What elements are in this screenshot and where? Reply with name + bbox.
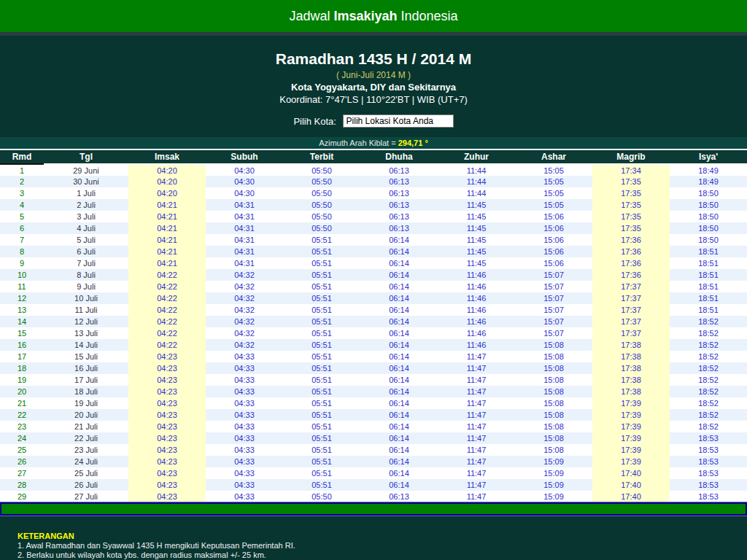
cell-subuh: 04:31 xyxy=(206,211,283,222)
column-header-zuhur[interactable]: Zuhur xyxy=(438,150,515,164)
cell-magrib: 17:35 xyxy=(592,222,670,234)
cell-rmd: 13 xyxy=(0,304,44,316)
cell-ashar: 15:08 xyxy=(515,409,592,421)
cell-zuhur: 11:46 xyxy=(438,316,515,327)
table-row: 31 Juli04:2004:3005:5006:1311:4415:0517:… xyxy=(0,187,747,199)
cell-magrib: 17:38 xyxy=(592,362,670,374)
table-row: 1412 Juli04:2204:3205:5106:1411:4615:071… xyxy=(0,316,747,327)
cell-tgl: 14 Juli xyxy=(44,339,128,351)
cell-ashar: 15:07 xyxy=(515,292,592,304)
city-picker-input[interactable] xyxy=(343,114,454,128)
cell-isya: 18:52 xyxy=(670,374,747,386)
cell-subuh: 04:32 xyxy=(206,339,283,351)
cell-tgl: 27 Juli xyxy=(44,491,128,502)
cell-isya: 18:53 xyxy=(670,444,747,456)
cell-ashar: 15:08 xyxy=(515,339,592,351)
cell-imsak: 04:23 xyxy=(128,491,206,502)
cell-dhuha: 06:14 xyxy=(360,339,438,351)
footer-note: 1. Awal Ramadhan dan Syawwal 1435 H meng… xyxy=(18,541,747,551)
column-header-rmd[interactable]: Rmd xyxy=(0,150,44,164)
cell-rmd: 1 xyxy=(0,164,44,176)
cell-magrib: 17:37 xyxy=(592,327,670,339)
cell-zuhur: 11:44 xyxy=(438,164,515,176)
cell-zuhur: 11:47 xyxy=(438,432,515,444)
cell-subuh: 04:32 xyxy=(206,327,283,339)
cell-isya: 18:50 xyxy=(670,199,747,211)
cell-terbit: 05:50 xyxy=(283,211,360,222)
column-header-tgl[interactable]: Tgl xyxy=(44,150,128,164)
cell-magrib: 17:35 xyxy=(592,211,670,222)
cell-isya: 18:52 xyxy=(670,397,747,409)
cell-zuhur: 11:47 xyxy=(438,421,515,432)
cell-tgl: 18 Juli xyxy=(44,386,128,397)
cell-ashar: 15:05 xyxy=(515,164,592,176)
cell-zuhur: 11:47 xyxy=(438,467,515,479)
table-row: 230 Juni04:2004:3005:5006:1311:4415:0517… xyxy=(0,176,747,187)
cell-tgl: 5 Juli xyxy=(44,234,128,246)
cell-ashar: 15:09 xyxy=(515,479,592,491)
column-header-imsak[interactable]: Imsak xyxy=(128,150,206,164)
cell-tgl: 30 Juni xyxy=(44,176,128,187)
cell-terbit: 05:51 xyxy=(283,281,360,292)
cell-dhuha: 06:14 xyxy=(360,234,438,246)
cell-subuh: 04:33 xyxy=(206,491,283,502)
column-header-isya[interactable]: Isya' xyxy=(670,150,747,164)
cell-tgl: 25 Juli xyxy=(44,467,128,479)
column-header-terbit[interactable]: Terbit xyxy=(283,150,360,164)
schedule-header: Ramadhan 1435 H / 2014 M ( Juni-Juli 201… xyxy=(0,36,747,137)
cell-ashar: 15:08 xyxy=(515,397,592,409)
cell-isya: 18:50 xyxy=(670,187,747,199)
cell-rmd: 21 xyxy=(0,397,44,409)
cell-isya: 18:51 xyxy=(670,257,747,269)
cell-terbit: 05:50 xyxy=(283,491,360,502)
cell-imsak: 04:23 xyxy=(128,374,206,386)
cell-isya: 18:52 xyxy=(670,421,747,432)
cell-ashar: 15:08 xyxy=(515,421,592,432)
cell-terbit: 05:50 xyxy=(283,164,360,176)
cell-subuh: 04:33 xyxy=(206,362,283,374)
cell-terbit: 05:50 xyxy=(283,222,360,234)
cell-isya: 18:53 xyxy=(670,491,747,502)
cell-magrib: 17:35 xyxy=(592,199,670,211)
cell-subuh: 04:33 xyxy=(206,386,283,397)
cell-terbit: 05:51 xyxy=(283,374,360,386)
cell-tgl: 17 Juli xyxy=(44,374,128,386)
cell-terbit: 05:51 xyxy=(283,269,360,281)
cell-magrib: 17:34 xyxy=(592,164,670,176)
cell-dhuha: 06:14 xyxy=(360,467,438,479)
cell-dhuha: 06:14 xyxy=(360,281,438,292)
cell-tgl: 2 Juli xyxy=(44,199,128,211)
cell-tgl: 16 Juli xyxy=(44,362,128,374)
cell-magrib: 17:39 xyxy=(592,444,670,456)
column-header-subuh[interactable]: Subuh xyxy=(206,150,283,164)
cell-dhuha: 06:14 xyxy=(360,374,438,386)
cell-tgl: 29 Juni xyxy=(44,164,128,176)
cell-imsak: 04:21 xyxy=(128,222,206,234)
qibla-azimuth-bar: Azimuth Arah Kiblat = 294,71 ° xyxy=(0,137,747,150)
cell-ashar: 15:08 xyxy=(515,362,592,374)
column-header-ashar[interactable]: Ashar xyxy=(515,150,592,164)
cell-terbit: 05:51 xyxy=(283,339,360,351)
cell-subuh: 04:32 xyxy=(206,316,283,327)
cell-ashar: 15:06 xyxy=(515,246,592,257)
cell-magrib: 17:40 xyxy=(592,479,670,491)
page-title: Ramadhan 1435 H / 2014 M xyxy=(0,50,747,68)
cell-subuh: 04:30 xyxy=(206,187,283,199)
table-row: 108 Juli04:2204:3205:5106:1411:4615:0717… xyxy=(0,269,747,281)
cell-imsak: 04:21 xyxy=(128,199,206,211)
cell-imsak: 04:21 xyxy=(128,234,206,246)
cell-subuh: 04:33 xyxy=(206,351,283,362)
cell-dhuha: 06:14 xyxy=(360,351,438,362)
cell-terbit: 05:51 xyxy=(283,351,360,362)
cell-rmd: 14 xyxy=(0,316,44,327)
cell-magrib: 17:38 xyxy=(592,386,670,397)
table-row: 1614 Juli04:2204:3205:5106:1411:4615:081… xyxy=(0,339,747,351)
column-header-dhuha[interactable]: Dhuha xyxy=(360,150,438,164)
column-header-magrib[interactable]: Magrib xyxy=(592,150,670,164)
cell-zuhur: 11:46 xyxy=(438,269,515,281)
cell-terbit: 05:51 xyxy=(283,444,360,456)
cell-zuhur: 11:47 xyxy=(438,409,515,421)
cell-zuhur: 11:45 xyxy=(438,257,515,269)
cell-magrib: 17:36 xyxy=(592,234,670,246)
cell-isya: 18:49 xyxy=(670,176,747,187)
